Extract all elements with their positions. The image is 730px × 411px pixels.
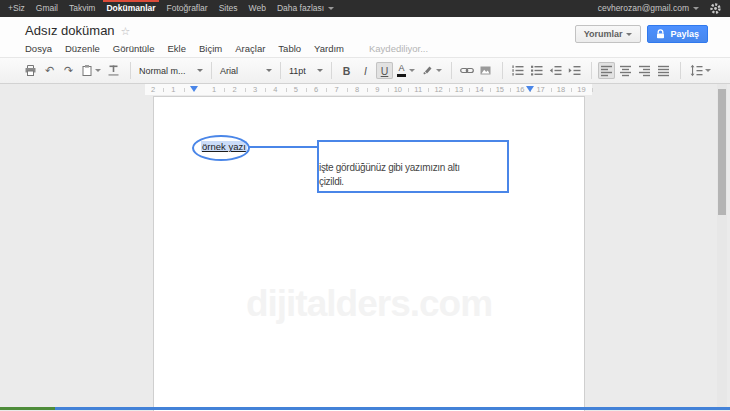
redo-button[interactable]: ↷ — [60, 62, 77, 79]
scrollbar-thumb[interactable] — [718, 89, 726, 215]
text-color-icon: A — [397, 64, 406, 77]
toolbar-separator — [451, 62, 452, 79]
font-size-value: 11pt — [289, 66, 306, 76]
video-progress-bar[interactable] — [0, 407, 730, 410]
menu-format[interactable]: Biçim — [199, 43, 222, 54]
ruler-tick — [347, 88, 348, 92]
redo-icon: ↷ — [64, 64, 73, 77]
underline-label: U — [381, 65, 389, 77]
ruler-number: 10 — [394, 85, 402, 94]
topbar-item-photos[interactable]: Fotoğraflar — [167, 0, 208, 17]
document-title[interactable]: Adsız doküman — [25, 23, 115, 38]
insert-image-button[interactable] — [477, 62, 494, 79]
ruler-tick — [510, 88, 511, 92]
text-color-button[interactable]: A — [395, 62, 417, 79]
font-dropdown[interactable]: Arial — [218, 66, 274, 76]
align-right-icon — [638, 64, 651, 77]
font-size-dropdown[interactable]: 11pt — [287, 66, 325, 76]
ruler-number: 2 — [151, 85, 155, 94]
bold-button[interactable]: B — [338, 62, 355, 79]
style-dropdown[interactable]: Normal m... — [137, 66, 205, 76]
bullet-list-icon — [530, 64, 543, 77]
ruler-margin-marker[interactable] — [190, 86, 198, 92]
ruler-tick — [326, 88, 327, 92]
ruler-tick — [224, 88, 225, 92]
ruler-tick — [265, 88, 266, 92]
ruler-number: 11 — [414, 85, 422, 94]
align-left-icon — [600, 64, 613, 77]
doc-title-row: Adsız doküman☆ — [25, 23, 130, 38]
italic-button[interactable]: I — [357, 62, 374, 79]
topbar-item-calendar[interactable]: Takvim — [69, 0, 95, 17]
align-right-button[interactable] — [636, 62, 653, 79]
image-icon — [479, 64, 492, 77]
ruler[interactable]: 2112345678910111213141516171819 — [145, 84, 592, 95]
google-black-bar: +Siz Gmail Takvim Dokümanlar Fotoğraflar… — [0, 0, 730, 17]
line-spacing-button[interactable] — [687, 62, 713, 79]
menu-file[interactable]: Dosya — [25, 43, 52, 54]
align-center-button[interactable] — [617, 62, 634, 79]
menu-table[interactable]: Tablo — [278, 43, 301, 54]
align-left-button[interactable] — [598, 62, 615, 79]
menu-edit[interactable]: Düzenle — [65, 43, 100, 54]
decrease-indent-button[interactable] — [547, 62, 564, 79]
insert-link-button[interactable] — [458, 62, 475, 79]
topbar-more-menu[interactable]: Daha fazlası — [277, 0, 334, 17]
menu-tools[interactable]: Araçlar — [235, 43, 265, 54]
ruler-number: 8 — [355, 85, 359, 94]
print-button[interactable] — [22, 62, 39, 79]
toolbar-separator — [130, 62, 131, 79]
topbar-item-plus-you[interactable]: +Siz — [8, 0, 25, 17]
font-value: Arial — [220, 66, 238, 76]
justify-button[interactable] — [655, 62, 672, 79]
indent-icon — [568, 64, 581, 77]
numbered-list-button[interactable] — [509, 62, 526, 79]
ruler-tick — [449, 88, 450, 92]
topbar-item-gmail[interactable]: Gmail — [36, 0, 58, 17]
document-page[interactable]: örnek yazı işte gördüğünüz gibi yazımızı… — [153, 96, 585, 411]
printer-icon — [24, 64, 37, 77]
progress-remaining-segment — [55, 407, 730, 410]
ruler-tick — [286, 88, 287, 92]
watermark: dijitalders.com — [246, 283, 492, 325]
chevron-down-icon — [626, 33, 632, 36]
menu-help[interactable]: Yardım — [314, 43, 344, 54]
ruler-number: 5 — [294, 85, 298, 94]
share-button[interactable]: Paylaş — [647, 25, 708, 43]
menu-view[interactable]: Görüntüle — [113, 43, 155, 54]
comments-button[interactable]: Yorumlar — [575, 25, 642, 43]
formatting-toolbar: ↶ ↷ Normal m... Arial 11pt — [0, 57, 730, 84]
highlight-color-button[interactable] — [419, 62, 443, 79]
star-icon[interactable]: ☆ — [121, 25, 131, 37]
web-clipboard-button[interactable] — [79, 62, 103, 79]
ruler-tick — [551, 88, 552, 92]
justify-icon — [657, 64, 670, 77]
increase-indent-button[interactable] — [566, 62, 583, 79]
ruler-tick — [592, 88, 593, 92]
progress-played-segment — [0, 407, 55, 410]
toolbar-separator — [331, 62, 332, 79]
topbar-item-web[interactable]: Web — [249, 0, 266, 17]
share-label: Paylaş — [670, 29, 699, 39]
underline-button[interactable]: U — [376, 62, 393, 79]
ruler-number: 9 — [375, 85, 379, 94]
ruler-number: 1 — [171, 85, 175, 94]
menu-bar: Dosya Düzenle Görüntüle Ekle Biçim Araçl… — [25, 43, 428, 54]
ruler-number: 15 — [496, 85, 504, 94]
ruler-number: 14 — [475, 85, 483, 94]
chevron-down-icon — [95, 69, 101, 72]
ruler-number: 2 — [233, 85, 237, 94]
topbar-item-documents-active[interactable]: Dokümanlar — [106, 0, 155, 17]
ruler-margin-marker[interactable] — [526, 86, 534, 92]
chevron-down-icon — [436, 69, 442, 72]
ruler-tick — [184, 88, 185, 92]
menu-insert[interactable]: Ekle — [168, 43, 186, 54]
scrollbar[interactable] — [717, 84, 727, 408]
chevron-down-icon — [328, 7, 334, 10]
topbar-item-sites[interactable]: Sites — [219, 0, 238, 17]
paint-format-button[interactable] — [105, 62, 122, 79]
undo-button[interactable]: ↶ — [41, 62, 58, 79]
account-menu[interactable]: cevherozan@gmail.com — [598, 0, 699, 17]
gear-icon[interactable] — [709, 2, 722, 15]
bullet-list-button[interactable] — [528, 62, 545, 79]
